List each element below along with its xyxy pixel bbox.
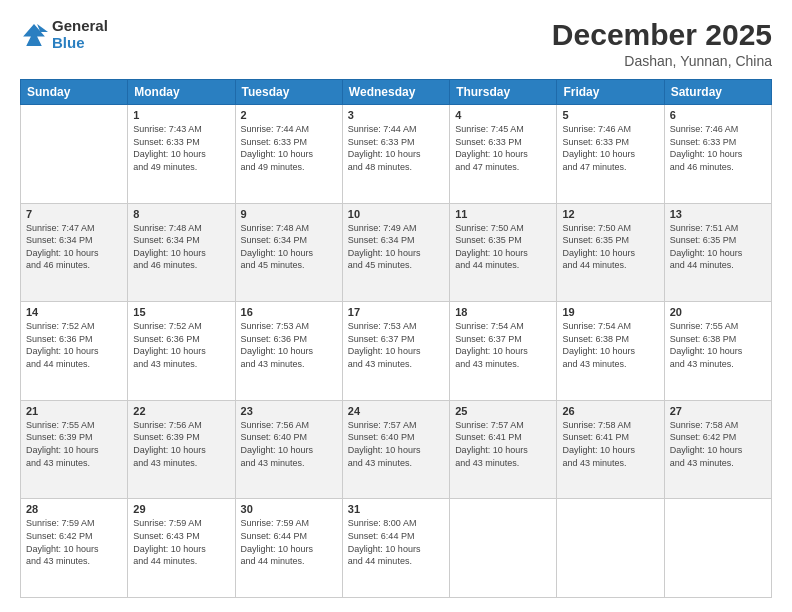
day-info: Sunrise: 7:53 AM Sunset: 6:36 PM Dayligh… xyxy=(241,320,337,370)
day-info: Sunrise: 7:45 AM Sunset: 6:33 PM Dayligh… xyxy=(455,123,551,173)
day-info: Sunrise: 7:59 AM Sunset: 6:42 PM Dayligh… xyxy=(26,517,122,567)
day-number: 6 xyxy=(670,109,766,121)
day-info: Sunrise: 7:55 AM Sunset: 6:39 PM Dayligh… xyxy=(26,419,122,469)
day-number: 24 xyxy=(348,405,444,417)
day-number: 15 xyxy=(133,306,229,318)
day-info: Sunrise: 7:53 AM Sunset: 6:37 PM Dayligh… xyxy=(348,320,444,370)
title-block: December 2025 Dashan, Yunnan, China xyxy=(552,18,772,69)
calendar-week-row: 21Sunrise: 7:55 AM Sunset: 6:39 PM Dayli… xyxy=(21,400,772,499)
main-title: December 2025 xyxy=(552,18,772,51)
calendar-cell: 6Sunrise: 7:46 AM Sunset: 6:33 PM Daylig… xyxy=(664,105,771,204)
day-info: Sunrise: 7:48 AM Sunset: 6:34 PM Dayligh… xyxy=(133,222,229,272)
day-number: 1 xyxy=(133,109,229,121)
calendar-cell: 16Sunrise: 7:53 AM Sunset: 6:36 PM Dayli… xyxy=(235,302,342,401)
col-header-tuesday: Tuesday xyxy=(235,80,342,105)
calendar-cell: 4Sunrise: 7:45 AM Sunset: 6:33 PM Daylig… xyxy=(450,105,557,204)
calendar-cell: 26Sunrise: 7:58 AM Sunset: 6:41 PM Dayli… xyxy=(557,400,664,499)
calendar-table: SundayMondayTuesdayWednesdayThursdayFrid… xyxy=(20,79,772,598)
day-info: Sunrise: 7:50 AM Sunset: 6:35 PM Dayligh… xyxy=(562,222,658,272)
day-info: Sunrise: 7:46 AM Sunset: 6:33 PM Dayligh… xyxy=(562,123,658,173)
calendar-cell: 25Sunrise: 7:57 AM Sunset: 6:41 PM Dayli… xyxy=(450,400,557,499)
calendar-cell: 23Sunrise: 7:56 AM Sunset: 6:40 PM Dayli… xyxy=(235,400,342,499)
calendar-cell: 11Sunrise: 7:50 AM Sunset: 6:35 PM Dayli… xyxy=(450,203,557,302)
day-info: Sunrise: 7:54 AM Sunset: 6:38 PM Dayligh… xyxy=(562,320,658,370)
day-info: Sunrise: 7:56 AM Sunset: 6:39 PM Dayligh… xyxy=(133,419,229,469)
calendar-cell: 27Sunrise: 7:58 AM Sunset: 6:42 PM Dayli… xyxy=(664,400,771,499)
day-info: Sunrise: 7:52 AM Sunset: 6:36 PM Dayligh… xyxy=(26,320,122,370)
calendar-cell: 31Sunrise: 8:00 AM Sunset: 6:44 PM Dayli… xyxy=(342,499,449,598)
day-info: Sunrise: 7:54 AM Sunset: 6:37 PM Dayligh… xyxy=(455,320,551,370)
logo: General Blue xyxy=(20,18,108,51)
day-number: 4 xyxy=(455,109,551,121)
calendar-cell: 10Sunrise: 7:49 AM Sunset: 6:34 PM Dayli… xyxy=(342,203,449,302)
day-info: Sunrise: 7:58 AM Sunset: 6:41 PM Dayligh… xyxy=(562,419,658,469)
day-number: 29 xyxy=(133,503,229,515)
calendar-cell: 2Sunrise: 7:44 AM Sunset: 6:33 PM Daylig… xyxy=(235,105,342,204)
day-number: 16 xyxy=(241,306,337,318)
calendar-week-row: 14Sunrise: 7:52 AM Sunset: 6:36 PM Dayli… xyxy=(21,302,772,401)
day-number: 27 xyxy=(670,405,766,417)
day-number: 12 xyxy=(562,208,658,220)
day-number: 31 xyxy=(348,503,444,515)
calendar-cell: 12Sunrise: 7:50 AM Sunset: 6:35 PM Dayli… xyxy=(557,203,664,302)
day-info: Sunrise: 7:49 AM Sunset: 6:34 PM Dayligh… xyxy=(348,222,444,272)
day-info: Sunrise: 7:59 AM Sunset: 6:43 PM Dayligh… xyxy=(133,517,229,567)
day-info: Sunrise: 7:56 AM Sunset: 6:40 PM Dayligh… xyxy=(241,419,337,469)
day-number: 2 xyxy=(241,109,337,121)
calendar-cell: 18Sunrise: 7:54 AM Sunset: 6:37 PM Dayli… xyxy=(450,302,557,401)
day-number: 14 xyxy=(26,306,122,318)
calendar-header-row: SundayMondayTuesdayWednesdayThursdayFrid… xyxy=(21,80,772,105)
col-header-sunday: Sunday xyxy=(21,80,128,105)
day-info: Sunrise: 7:55 AM Sunset: 6:38 PM Dayligh… xyxy=(670,320,766,370)
day-number: 23 xyxy=(241,405,337,417)
day-number: 3 xyxy=(348,109,444,121)
col-header-thursday: Thursday xyxy=(450,80,557,105)
calendar-cell: 17Sunrise: 7:53 AM Sunset: 6:37 PM Dayli… xyxy=(342,302,449,401)
day-info: Sunrise: 7:43 AM Sunset: 6:33 PM Dayligh… xyxy=(133,123,229,173)
col-header-monday: Monday xyxy=(128,80,235,105)
day-number: 8 xyxy=(133,208,229,220)
day-number: 17 xyxy=(348,306,444,318)
calendar-cell: 14Sunrise: 7:52 AM Sunset: 6:36 PM Dayli… xyxy=(21,302,128,401)
calendar-week-row: 28Sunrise: 7:59 AM Sunset: 6:42 PM Dayli… xyxy=(21,499,772,598)
day-number: 5 xyxy=(562,109,658,121)
subtitle: Dashan, Yunnan, China xyxy=(552,53,772,69)
day-info: Sunrise: 8:00 AM Sunset: 6:44 PM Dayligh… xyxy=(348,517,444,567)
day-number: 7 xyxy=(26,208,122,220)
calendar-week-row: 7Sunrise: 7:47 AM Sunset: 6:34 PM Daylig… xyxy=(21,203,772,302)
day-number: 10 xyxy=(348,208,444,220)
day-number: 13 xyxy=(670,208,766,220)
logo-text: General Blue xyxy=(52,18,108,51)
day-info: Sunrise: 7:48 AM Sunset: 6:34 PM Dayligh… xyxy=(241,222,337,272)
calendar-week-row: 1Sunrise: 7:43 AM Sunset: 6:33 PM Daylig… xyxy=(21,105,772,204)
logo-line2: Blue xyxy=(52,35,108,52)
day-info: Sunrise: 7:46 AM Sunset: 6:33 PM Dayligh… xyxy=(670,123,766,173)
day-info: Sunrise: 7:52 AM Sunset: 6:36 PM Dayligh… xyxy=(133,320,229,370)
calendar-cell: 13Sunrise: 7:51 AM Sunset: 6:35 PM Dayli… xyxy=(664,203,771,302)
header: General Blue December 2025 Dashan, Yunna… xyxy=(20,18,772,69)
day-info: Sunrise: 7:44 AM Sunset: 6:33 PM Dayligh… xyxy=(348,123,444,173)
col-header-friday: Friday xyxy=(557,80,664,105)
calendar-cell: 24Sunrise: 7:57 AM Sunset: 6:40 PM Dayli… xyxy=(342,400,449,499)
calendar-cell: 28Sunrise: 7:59 AM Sunset: 6:42 PM Dayli… xyxy=(21,499,128,598)
day-number: 26 xyxy=(562,405,658,417)
col-header-saturday: Saturday xyxy=(664,80,771,105)
logo-icon xyxy=(20,21,48,49)
day-number: 19 xyxy=(562,306,658,318)
day-info: Sunrise: 7:51 AM Sunset: 6:35 PM Dayligh… xyxy=(670,222,766,272)
calendar-cell: 3Sunrise: 7:44 AM Sunset: 6:33 PM Daylig… xyxy=(342,105,449,204)
logo-line1: General xyxy=(52,18,108,35)
day-number: 9 xyxy=(241,208,337,220)
day-number: 30 xyxy=(241,503,337,515)
calendar-cell xyxy=(21,105,128,204)
calendar-cell xyxy=(557,499,664,598)
day-info: Sunrise: 7:59 AM Sunset: 6:44 PM Dayligh… xyxy=(241,517,337,567)
page: General Blue December 2025 Dashan, Yunna… xyxy=(0,0,792,612)
calendar-cell: 21Sunrise: 7:55 AM Sunset: 6:39 PM Dayli… xyxy=(21,400,128,499)
day-number: 21 xyxy=(26,405,122,417)
day-info: Sunrise: 7:44 AM Sunset: 6:33 PM Dayligh… xyxy=(241,123,337,173)
day-number: 20 xyxy=(670,306,766,318)
day-info: Sunrise: 7:50 AM Sunset: 6:35 PM Dayligh… xyxy=(455,222,551,272)
calendar-cell: 5Sunrise: 7:46 AM Sunset: 6:33 PM Daylig… xyxy=(557,105,664,204)
calendar-cell: 29Sunrise: 7:59 AM Sunset: 6:43 PM Dayli… xyxy=(128,499,235,598)
